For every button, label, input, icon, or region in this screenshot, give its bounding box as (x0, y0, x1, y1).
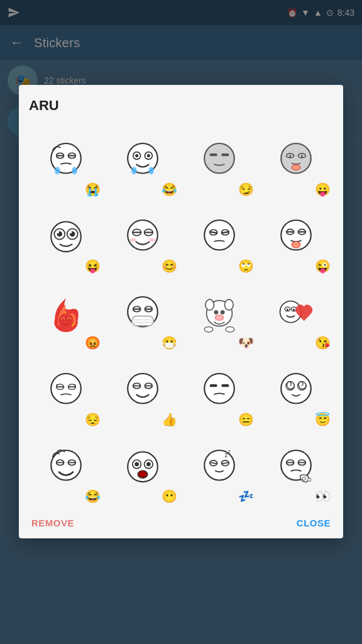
svg-point-90 (281, 374, 311, 404)
sticker-overlay-15: 😑 (238, 413, 254, 426)
svg-point-65 (214, 310, 219, 314)
svg-point-29 (70, 231, 72, 233)
sticker-cell-15[interactable]: 😑 (182, 354, 256, 428)
svg-point-102 (146, 462, 151, 467)
sticker-overlay-9: 😡 (85, 336, 101, 349)
svg-point-11 (147, 154, 150, 157)
sticker-face-12 (275, 293, 317, 336)
svg-point-118 (308, 478, 311, 481)
sticker-cell-1[interactable]: 😭 (29, 124, 103, 198)
stickers-grid: 😭 😂 😏 (29, 124, 333, 505)
close-button[interactable]: CLOSE (297, 518, 331, 528)
sticker-overlay-8: 😜 (315, 260, 331, 272)
svg-point-37 (204, 220, 234, 250)
svg-point-14 (204, 143, 234, 174)
sticker-cell-4[interactable]: 😛 (259, 124, 333, 198)
sticker-face-6 (121, 216, 164, 259)
dialog-actions: REMOVE CLOSE (29, 510, 333, 538)
sticker-cell-7[interactable]: 🙄 (182, 201, 256, 275)
svg-point-75 (51, 374, 81, 404)
sticker-face-4 (275, 140, 317, 182)
svg-text:z: z (228, 448, 231, 455)
sticker-face-3 (198, 140, 241, 182)
sticker-cell-11[interactable]: 🐶 (182, 277, 256, 352)
remove-button[interactable]: REMOVE (31, 518, 74, 528)
sticker-face-1 (45, 140, 87, 182)
svg-point-30 (128, 220, 158, 250)
svg-point-5 (55, 167, 60, 174)
svg-point-117 (302, 477, 305, 480)
sticker-overlay-13: 😔 (85, 413, 101, 426)
sticker-overlay-20: 👀 (315, 490, 331, 502)
sticker-overlay-4: 😛 (315, 183, 331, 196)
sticker-face-11 (198, 293, 241, 336)
svg-point-28 (57, 231, 59, 233)
svg-point-74 (293, 309, 295, 311)
sticker-face-5 (45, 216, 87, 259)
svg-point-69 (226, 327, 234, 333)
sticker-cell-9[interactable]: 😡 (29, 277, 103, 352)
sticker-cell-19[interactable]: z z 💤 (182, 431, 256, 505)
sticker-cell-3[interactable]: 😏 (182, 124, 256, 198)
sticker-overlay-19: 💤 (238, 490, 254, 502)
sticker-overlay-10: 😷 (162, 336, 177, 349)
svg-point-104 (138, 471, 147, 477)
sticker-face-9 (45, 293, 87, 336)
sticker-overlay-14: 👍 (162, 413, 177, 426)
sticker-cell-2[interactable]: 😂 (106, 124, 180, 198)
svg-point-13 (148, 167, 154, 174)
svg-point-53 (68, 318, 70, 320)
sticker-face-7 (198, 216, 241, 259)
sticker-overlay-6: 😊 (162, 260, 177, 272)
svg-point-22 (292, 165, 300, 170)
svg-point-47 (292, 242, 300, 248)
sticker-face-18 (121, 447, 164, 489)
sticker-face-20 (275, 447, 317, 489)
svg-point-6 (72, 167, 77, 174)
svg-point-68 (204, 327, 213, 333)
svg-point-52 (62, 318, 63, 320)
sticker-cell-14[interactable]: 👍 (106, 354, 180, 428)
sticker-overlay-11: 🐶 (238, 336, 254, 349)
sticker-face-13 (45, 370, 87, 413)
sticker-overlay-18: 😶 (162, 490, 177, 502)
sticker-cell-17[interactable]: 😂 (29, 431, 103, 505)
sticker-cell-5[interactable]: 😝 (29, 201, 103, 275)
svg-point-87 (204, 374, 234, 404)
sticker-cell-8[interactable]: 😜 (259, 201, 333, 275)
sticker-cell-12[interactable]: 😘 (259, 277, 333, 352)
sticker-face-2 (121, 140, 164, 182)
sticker-face-8 (275, 216, 317, 259)
svg-point-63 (206, 299, 214, 310)
sticker-face-15 (198, 370, 241, 413)
sticker-cell-10[interactable]: 😷 (106, 277, 180, 352)
sticker-cell-6[interactable]: 😊 (106, 201, 180, 275)
svg-point-66 (221, 310, 225, 314)
sticker-pack-dialog: ARU 😭 (19, 85, 343, 538)
svg-point-21 (301, 155, 303, 157)
sticker-cell-16[interactable]: 😇 (259, 354, 333, 428)
sticker-face-17 (45, 447, 87, 489)
sticker-overlay-5: 😝 (85, 260, 101, 272)
svg-point-12 (131, 167, 137, 174)
svg-point-10 (135, 154, 138, 157)
sticker-overlay-2: 😂 (162, 183, 177, 196)
svg-point-64 (225, 299, 234, 310)
sticker-overlay-1: 😭 (85, 183, 101, 196)
svg-point-101 (134, 462, 139, 467)
svg-point-105 (204, 450, 234, 480)
sticker-overlay-16: 😇 (315, 413, 331, 426)
sticker-overlay-17: 😂 (85, 490, 101, 502)
sticker-face-19: z z (198, 447, 241, 489)
sticker-cell-13[interactable]: 😔 (29, 354, 103, 428)
sticker-cell-20[interactable]: 👀 (259, 431, 333, 505)
sticker-cell-18[interactable]: 😶 (106, 431, 180, 505)
svg-point-49 (58, 313, 74, 328)
svg-rect-89 (221, 384, 229, 387)
sticker-face-16 (275, 370, 317, 413)
sticker-overlay-7: 🙄 (238, 260, 254, 272)
svg-point-82 (128, 374, 158, 404)
svg-point-73 (287, 309, 288, 311)
sticker-overlay-12: 😘 (315, 336, 331, 349)
svg-rect-59 (132, 316, 153, 326)
